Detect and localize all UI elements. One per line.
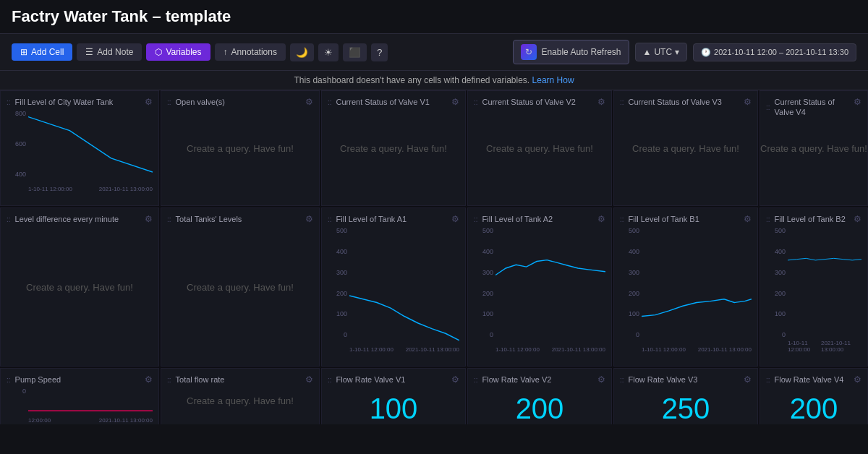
right-controls: ↻ Enable Auto Refresh ▲ UTC ▾ 🕐 2021-10-…: [513, 40, 856, 64]
x-axis-a2: 1-10-11 12:00:002021-10-11 13:00:00: [495, 346, 605, 353]
cell-tank-a2: :: Fill Level of Tank A2 ⚙ 5004003002001…: [467, 207, 612, 367]
drag-handle: ::: [167, 215, 171, 224]
help-button[interactable]: ?: [371, 43, 388, 61]
tv-icon-button[interactable]: ⬛: [343, 43, 367, 61]
placeholder-v2: Create a query. Have fun!: [486, 143, 593, 154]
cell-header-b1: :: Fill Level of Tank B1 ⚙: [620, 214, 752, 224]
cell-gear-diff[interactable]: ⚙: [145, 214, 153, 224]
cell-header-v2: :: Current Status of Valve V2 ⚙: [474, 97, 605, 107]
cell-total-tanks: :: Total Tanks' Levels ⚙ Create a query.…: [161, 207, 320, 367]
drag-handle: ::: [620, 98, 624, 107]
annotations-label: Annotations: [231, 47, 277, 57]
drag-handle: ::: [7, 375, 11, 385]
cell-flow-v2: :: Flow Rate Valve V2 ⚙ 200: [467, 368, 612, 424]
cell-title-a2: :: Fill Level of Tank A2: [474, 214, 553, 224]
cell-title-v3: :: Current Status of Valve V3: [620, 97, 722, 107]
add-note-button[interactable]: ☰ Add Note: [77, 43, 142, 61]
cell-gear-b2[interactable]: ⚙: [854, 214, 861, 224]
refresh-label: Enable Auto Refresh: [541, 47, 621, 57]
cell-header-flow-v3: :: Flow Rate Valve V3 ⚙: [620, 374, 752, 385]
cell-gear-a1[interactable]: ⚙: [451, 214, 459, 224]
chart-a2: 5004003002001000 1-10-11 12:00:002021-10…: [474, 227, 605, 353]
cell-gear-total[interactable]: ⚙: [305, 214, 313, 224]
cell-fill-city: :: Fill Level of City Water Tank ⚙ 80060…: [0, 90, 159, 206]
page-title: Factry Water Tank – template: [12, 7, 231, 26]
cell-gear-v4[interactable]: ⚙: [854, 97, 861, 107]
date-range-picker[interactable]: 🕐 2021-10-11 12:00 – 2021-10-11 13:30: [693, 43, 856, 61]
cell-gear-flow-v1[interactable]: ⚙: [451, 374, 459, 385]
cell-gear-flow-v4[interactable]: ⚙: [854, 374, 861, 385]
placeholder-flow: Create a query. Have fun!: [187, 395, 294, 406]
annotations-icon: ↑: [224, 47, 228, 57]
cell-title-b1: :: Fill Level of Tank B1: [620, 214, 699, 224]
chart-a1: 5004003002001000 1-10-11 12:00:002021-10…: [328, 227, 459, 353]
x-axis-a1: 1-10-11 12:00:002021-10-11 13:00:00: [349, 346, 459, 353]
sun-icon-button[interactable]: ☀: [318, 43, 339, 61]
chart-b2: 5004003002001000 1-10-11 12:00:002021-10…: [766, 227, 861, 353]
learn-how-link[interactable]: Learn How: [532, 75, 574, 85]
chart-pump: 0 12:00:002021-10-11 13:00:00: [7, 387, 153, 424]
cell-gear-flow-v2[interactable]: ⚙: [597, 374, 605, 385]
cell-flow-v3: :: Flow Rate Valve V3 ⚙ 250: [613, 368, 758, 424]
date-range-label: 2021-10-11 12:00 – 2021-10-11 13:30: [714, 48, 848, 56]
cell-gear-a2[interactable]: ⚙: [597, 214, 605, 224]
y-axis-a2: 5004003002001000: [474, 227, 495, 338]
placeholder-text: Create a query. Have fun!: [187, 143, 294, 154]
chevron-down-icon: ▾: [675, 47, 679, 57]
cell-level-diff: :: Level difference every minute ⚙ Creat…: [0, 207, 159, 367]
drag-handle: ::: [328, 98, 332, 107]
placeholder-total: Create a query. Have fun!: [187, 282, 294, 293]
cell-title-fill-city: :: Fill Level of City Water Tank: [7, 97, 113, 107]
cell-gear-v1[interactable]: ⚙: [451, 97, 459, 107]
drag-handle: ::: [7, 98, 11, 107]
y-axis-pump: 0: [7, 387, 28, 409]
cell-gear-flow-v3[interactable]: ⚙: [744, 374, 752, 385]
drag-handle: ::: [766, 375, 770, 385]
svg-b1: [642, 227, 752, 344]
cell-header-v1: :: Current Status of Valve V1 ⚙: [328, 97, 459, 107]
cell-gear-b1[interactable]: ⚙: [744, 214, 752, 224]
cell-title-diff: :: Level difference every minute: [7, 214, 119, 224]
cell-gear-icon[interactable]: ⚙: [305, 97, 313, 107]
cell-settings-icon[interactable]: ⚙: [145, 97, 153, 107]
cell-tank-b2: :: Fill Level of Tank B2 ⚙ 5004003002001…: [760, 207, 868, 367]
add-cell-label: Add Cell: [31, 47, 64, 57]
cell-gear-v2[interactable]: ⚙: [597, 97, 605, 107]
add-note-label: Add Note: [97, 47, 133, 57]
cell-gear-flow[interactable]: ⚙: [305, 374, 313, 385]
cell-header-diff: :: Level difference every minute ⚙: [7, 214, 153, 224]
cell-valve-v2: :: Current Status of Valve V2 ⚙ Create a…: [467, 90, 612, 206]
cell-header-pump: :: Pump Speed ⚙: [7, 374, 153, 385]
cell-tank-b1: :: Fill Level of Tank B1 ⚙ 5004003002001…: [613, 207, 758, 367]
cell-title-flow-v2: :: Flow Rate Valve V2: [474, 374, 551, 385]
cell-header-a1: :: Fill Level of Tank A1 ⚙: [328, 214, 459, 224]
cell-gear-v3[interactable]: ⚙: [744, 97, 752, 107]
cell-title-v1: :: Current Status of Valve V1: [328, 97, 430, 107]
drag-handle: ::: [328, 375, 332, 385]
timezone-select[interactable]: ▲ UTC ▾: [635, 43, 688, 61]
cell-pump-speed: :: Pump Speed ⚙ 0 12:00:002021-10-11 13:…: [0, 368, 159, 424]
svg-a2: [495, 227, 605, 344]
auto-refresh-button[interactable]: ↻ Enable Auto Refresh: [513, 40, 629, 64]
add-cell-button[interactable]: ⊞ Add Cell: [12, 43, 72, 61]
moon-icon-button[interactable]: 🌙: [290, 43, 314, 61]
chart-b1: 5004003002001000 1-10-11 12:00:002021-10…: [620, 227, 752, 353]
y-axis-b2: 5004003002001000: [766, 227, 788, 338]
y-axis: 800600400: [7, 110, 28, 178]
cell-gear-pump[interactable]: ⚙: [145, 374, 153, 385]
drag-handle: ::: [766, 103, 770, 112]
flow-value-v3: 250: [662, 393, 710, 424]
svg-b2: [788, 227, 861, 305]
x-axis: 1-10-11 12:00:002021-10-11 13:00:00: [28, 186, 153, 192]
variables-button[interactable]: ⬡ Variables: [146, 43, 210, 61]
toolbar: ⊞ Add Cell ☰ Add Note ⬡ Variables ↑ Anno…: [0, 34, 868, 71]
cell-title-v4: :: Current Status of Valve V4: [766, 97, 847, 118]
cell-tank-a1: :: Fill Level of Tank A1 ⚙ 5004003002001…: [321, 207, 466, 367]
cell-flow-v4: :: Flow Rate Valve V4 ⚙ 200: [760, 368, 868, 424]
cell-header-v3: :: Current Status of Valve V3 ⚙: [620, 97, 752, 107]
y-axis-b1: 5004003002001000: [620, 227, 642, 338]
flow-value-v4: 200: [790, 393, 838, 424]
annotations-button[interactable]: ↑ Annotations: [215, 43, 286, 61]
placeholder-v4: Create a query. Have fun!: [760, 143, 867, 154]
calendar-icon: 🕐: [701, 48, 711, 57]
